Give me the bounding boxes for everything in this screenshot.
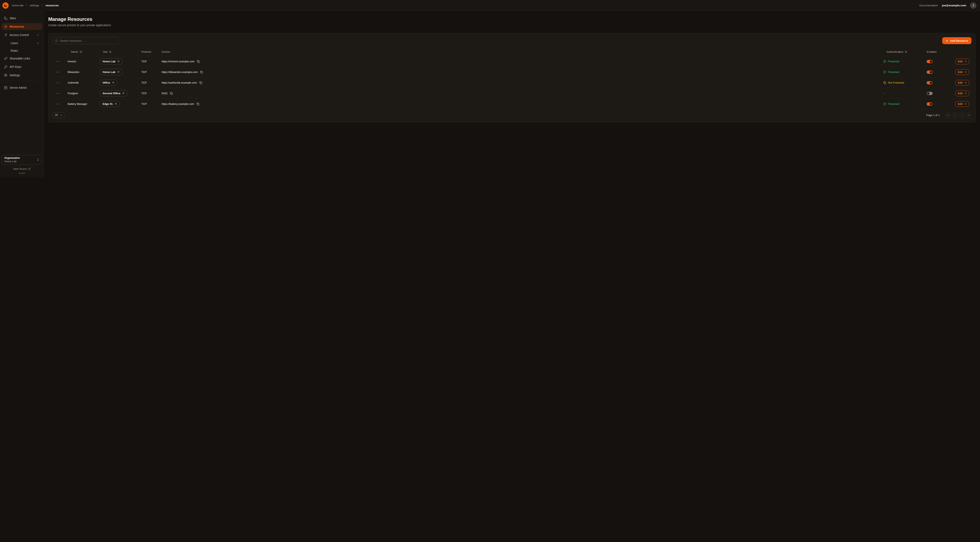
- auth-status-none: -: [883, 92, 884, 95]
- site-link[interactable]: Home Lab: [100, 58, 123, 65]
- organization-selector[interactable]: Organization Home Lab: [2, 155, 42, 165]
- resource-protocol: TCP: [142, 102, 162, 105]
- arrow-up-right-icon: [115, 103, 117, 105]
- main-content: Manage Resources Create secure proxies t…: [44, 11, 980, 177]
- copy-icon: [197, 60, 200, 63]
- row-menu-button[interactable]: [56, 70, 60, 75]
- resources-card: Add Resource Name Site: [48, 33, 976, 123]
- edit-button[interactable]: Edit: [955, 69, 969, 75]
- copy-button[interactable]: [199, 81, 203, 85]
- breadcrumb: home-lab settings resources: [12, 4, 59, 7]
- enabled-toggle[interactable]: [927, 81, 932, 84]
- column-enabled: Enabled: [927, 50, 955, 53]
- table-row: Postgres Second Office TCP 5432 - Edit: [52, 88, 971, 99]
- chevrons-up-down-icon: [37, 158, 40, 161]
- open-source-link[interactable]: Open Source: [2, 167, 42, 170]
- edit-button[interactable]: Edit: [955, 101, 969, 107]
- page-size-select[interactable]: 20: [52, 112, 65, 118]
- chevrons-right-icon: [967, 114, 970, 116]
- sidebar-divider: [0, 81, 44, 81]
- copy-button[interactable]: [199, 70, 204, 74]
- enabled-toggle[interactable]: [927, 102, 932, 106]
- sort-icon: [905, 51, 907, 53]
- site-link[interactable]: Home Lab: [100, 69, 123, 75]
- ellipsis-icon: [56, 102, 59, 106]
- site-name: Home Lab: [103, 60, 115, 63]
- row-menu-button[interactable]: [56, 102, 60, 107]
- search-box: [52, 37, 120, 44]
- sidebar-footer: Organization Home Lab Open Source v1.3.0: [2, 155, 42, 174]
- topbar: home-lab settings resources Documentatio…: [0, 0, 980, 11]
- chevron-right-icon: [25, 4, 28, 7]
- row-menu-button[interactable]: [56, 80, 60, 85]
- sidebar-item-shareable-links[interactable]: Shareable Links: [2, 55, 42, 62]
- copy-button[interactable]: [169, 91, 173, 96]
- edit-button[interactable]: Edit: [955, 91, 969, 96]
- search-input[interactable]: [60, 39, 117, 42]
- resource-name: Postgres: [68, 92, 100, 95]
- sites-icon: [4, 16, 7, 20]
- next-page-button[interactable]: [959, 112, 964, 118]
- gear-icon: [4, 73, 7, 77]
- edit-button[interactable]: Edit: [955, 59, 969, 64]
- column-site[interactable]: Site: [100, 50, 142, 53]
- site-link[interactable]: Office: [100, 80, 117, 86]
- server-icon: [4, 86, 7, 89]
- chevron-left-icon: [953, 114, 956, 116]
- copy-button[interactable]: [196, 102, 200, 106]
- sidebar-item-access-control[interactable]: Access Control: [2, 32, 42, 38]
- sidebar-item-api-keys[interactable]: API Keys: [2, 63, 42, 70]
- resource-name: Bitwarden: [68, 70, 100, 73]
- sidebar-nav: Sites Resources Access Control: [2, 15, 42, 155]
- auth-status-badge: Protected: [883, 70, 899, 73]
- column-access: Access: [162, 50, 883, 53]
- sidebar-item-settings[interactable]: Settings: [2, 72, 42, 79]
- sidebar-item-resources[interactable]: Resources: [2, 23, 42, 30]
- sidebar-item-sites[interactable]: Sites: [2, 15, 42, 22]
- sidebar-item-users[interactable]: Users: [2, 40, 42, 46]
- add-resource-button[interactable]: Add Resource: [942, 37, 971, 44]
- pagination: 20 Page 1 of 1: [52, 112, 971, 118]
- row-menu-button[interactable]: [56, 59, 60, 64]
- enabled-toggle[interactable]: [927, 70, 932, 74]
- ellipsis-icon: [56, 70, 59, 74]
- table-row: Immich Home Lab TCP https://immich.examp…: [52, 56, 971, 67]
- site-name: Office: [103, 81, 110, 84]
- sidebar: Sites Resources Access Control: [0, 11, 44, 177]
- resource-protocol: TCP: [142, 81, 162, 84]
- table-header: Name Site Protocol Access Auth: [52, 48, 971, 56]
- sort-icon: [80, 51, 82, 53]
- last-page-button[interactable]: [966, 112, 971, 118]
- previous-page-button[interactable]: [952, 112, 958, 118]
- enabled-toggle[interactable]: [927, 60, 932, 63]
- link-icon: [4, 57, 7, 60]
- enabled-toggle[interactable]: [927, 92, 932, 95]
- access-url: https://bitwarden.example.com: [162, 70, 197, 73]
- site-link[interactable]: Second Office: [100, 90, 127, 96]
- row-menu-button[interactable]: [56, 91, 60, 96]
- table-row: Authentik Office TCP https://authentik.e…: [52, 78, 971, 88]
- column-authentication[interactable]: Authentication: [883, 50, 927, 53]
- first-page-button[interactable]: [945, 112, 951, 118]
- sidebar-item-server-admin[interactable]: Server Admin: [2, 84, 42, 91]
- sidebar-item-label: Shareable Links: [10, 57, 30, 60]
- copy-button[interactable]: [196, 59, 200, 64]
- site-name: Edge 01: [103, 102, 113, 105]
- documentation-link[interactable]: Documentation: [920, 4, 938, 7]
- breadcrumb-settings[interactable]: settings: [30, 4, 39, 7]
- avatar[interactable]: J: [970, 2, 976, 9]
- table-row: Bitwarden Home Lab TCP https://bitwarden…: [52, 67, 971, 78]
- resource-name: Battery Manager: [68, 102, 100, 105]
- edit-button[interactable]: Edit: [955, 80, 969, 86]
- sidebar-item-label: API Keys: [10, 65, 21, 69]
- sidebar-item-roles[interactable]: Roles: [2, 48, 42, 54]
- arrow-up-right-icon: [117, 71, 120, 73]
- breadcrumb-home-lab[interactable]: home-lab: [12, 4, 23, 7]
- arrow-right-icon: [964, 103, 967, 105]
- breadcrumb-resources[interactable]: resources: [46, 4, 59, 7]
- site-link[interactable]: Edge 01: [100, 101, 120, 107]
- column-name[interactable]: Name: [68, 50, 100, 53]
- organization-value: Home Lab: [4, 160, 37, 163]
- app-root: home-lab settings resources Documentatio…: [0, 0, 980, 177]
- arrow-right-icon: [964, 71, 967, 73]
